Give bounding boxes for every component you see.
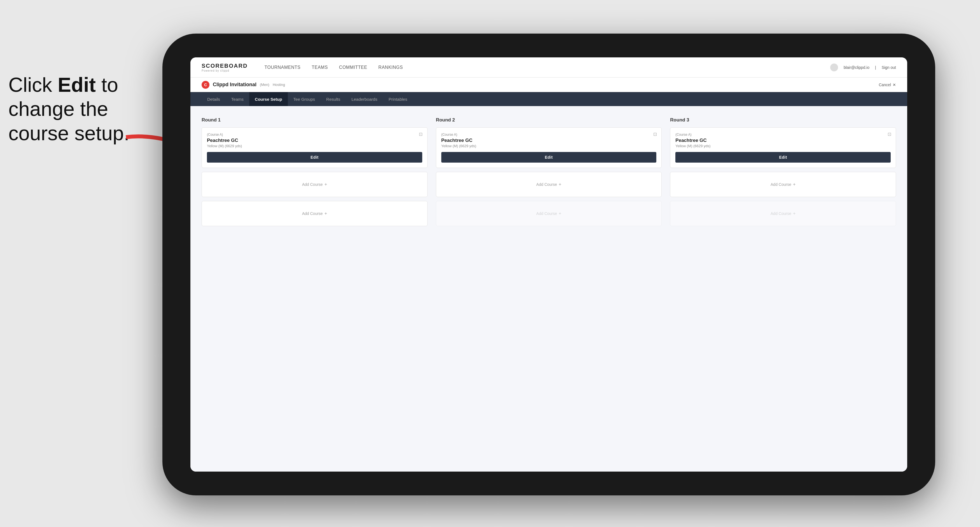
round-3-edit-button[interactable]: Edit (675, 152, 891, 163)
add-plus-icon-2: + (325, 211, 327, 216)
round-2-course-label: (Course A) (441, 133, 657, 137)
top-nav: SCOREBOARD Powered by clippd TOURNAMENTS… (190, 57, 907, 78)
logo-area: SCOREBOARD Powered by clippd (202, 63, 248, 72)
add-plus-icon-5: + (793, 182, 795, 187)
round-2-column: Round 2 ⊡ (Course A) Peachtree GC Yellow… (436, 117, 662, 230)
round-1-course-details: Yellow (M) (6629 yds) (207, 144, 422, 148)
nav-committee[interactable]: COMMITTEE (339, 65, 368, 70)
tablet-screen: SCOREBOARD Powered by clippd TOURNAMENTS… (190, 57, 907, 471)
round-1-edit-button[interactable]: Edit (207, 152, 422, 163)
tournament-logo: C (202, 81, 210, 89)
user-email: blair@clippd.io (844, 65, 869, 70)
tab-bar: Details Teams Course Setup Tee Groups Re… (190, 92, 907, 106)
round-3-title: Round 3 (670, 117, 896, 123)
tournament-name: Clippd Invitational (213, 82, 256, 87)
tab-tee-groups[interactable]: Tee Groups (288, 92, 321, 106)
round-3-course-details: Yellow (M) (6629 yds) (675, 144, 891, 148)
nav-rankings[interactable]: RANKINGS (378, 65, 403, 70)
tablet-frame: SCOREBOARD Powered by clippd TOURNAMENTS… (162, 33, 935, 495)
round-2-course-card: ⊡ (Course A) Peachtree GC Yellow (M) (66… (436, 127, 662, 168)
add-plus-icon-3: + (558, 182, 561, 187)
nav-teams[interactable]: TEAMS (312, 65, 328, 70)
tournament-status: Hosting (273, 83, 285, 87)
round-2-course-details: Yellow (M) (6629 yds) (441, 144, 657, 148)
round-2-add-course-2: Add Course + (436, 201, 662, 226)
round-3-column: Round 3 ⊡ (Course A) Peachtree GC Yellow… (670, 117, 896, 230)
logo-scoreboard: SCOREBOARD (202, 63, 248, 69)
round-3-course-name: Peachtree GC (675, 138, 891, 143)
round-1-delete-icon[interactable]: ⊡ (418, 131, 424, 137)
main-content: Round 1 ⊡ (Course A) Peachtree GC Yellow… (190, 106, 907, 471)
round-2-edit-button[interactable]: Edit (441, 152, 657, 163)
nav-links: TOURNAMENTS TEAMS COMMITTEE RANKINGS (264, 65, 830, 70)
round-3-add-course-1[interactable]: Add Course + (670, 172, 896, 197)
add-plus-icon-4: + (558, 211, 561, 216)
nav-right: blair@clippd.io | Sign out (830, 63, 896, 71)
round-2-add-course-1[interactable]: Add Course + (436, 172, 662, 197)
round-1-add-course-2[interactable]: Add Course + (202, 201, 428, 226)
tab-leaderboards[interactable]: Leaderboards (346, 92, 383, 106)
tab-results[interactable]: Results (321, 92, 346, 106)
round-2-course-name: Peachtree GC (441, 138, 657, 143)
round-3-course-label: (Course A) (675, 133, 891, 137)
round-3-add-course-2: Add Course + (670, 201, 896, 226)
nav-separator: | (875, 65, 876, 70)
round-1-course-name: Peachtree GC (207, 138, 422, 143)
round-1-title: Round 1 (202, 117, 428, 123)
instruction-text: Click Edit to change the course setup. (8, 73, 171, 145)
tab-printables[interactable]: Printables (383, 92, 413, 106)
close-icon: ✕ (892, 83, 896, 87)
rounds-container: Round 1 ⊡ (Course A) Peachtree GC Yellow… (202, 117, 896, 230)
cancel-button[interactable]: Cancel ✕ (879, 83, 896, 87)
round-2-title: Round 2 (436, 117, 662, 123)
tab-teams[interactable]: Teams (226, 92, 249, 106)
round-1-course-card: ⊡ (Course A) Peachtree GC Yellow (M) (66… (202, 127, 428, 168)
round-2-delete-icon[interactable]: ⊡ (652, 131, 658, 137)
add-plus-icon-6: + (793, 211, 795, 216)
round-1-column: Round 1 ⊡ (Course A) Peachtree GC Yellow… (202, 117, 428, 230)
tab-course-setup[interactable]: Course Setup (249, 92, 288, 106)
tournament-tag: (Men) (260, 83, 269, 87)
sub-header: C Clippd Invitational (Men) Hosting Canc… (190, 78, 907, 92)
round-3-course-card: ⊡ (Course A) Peachtree GC Yellow (M) (66… (670, 127, 896, 168)
nav-tournaments[interactable]: TOURNAMENTS (264, 65, 301, 70)
round-3-delete-icon[interactable]: ⊡ (886, 131, 892, 137)
user-avatar (830, 63, 838, 71)
sign-out-link[interactable]: Sign out (882, 65, 896, 70)
add-plus-icon: + (325, 182, 327, 187)
round-1-course-label: (Course A) (207, 133, 422, 137)
logo-sub: Powered by clippd (202, 69, 248, 72)
round-1-add-course-1[interactable]: Add Course + (202, 172, 428, 197)
tab-details[interactable]: Details (202, 92, 226, 106)
